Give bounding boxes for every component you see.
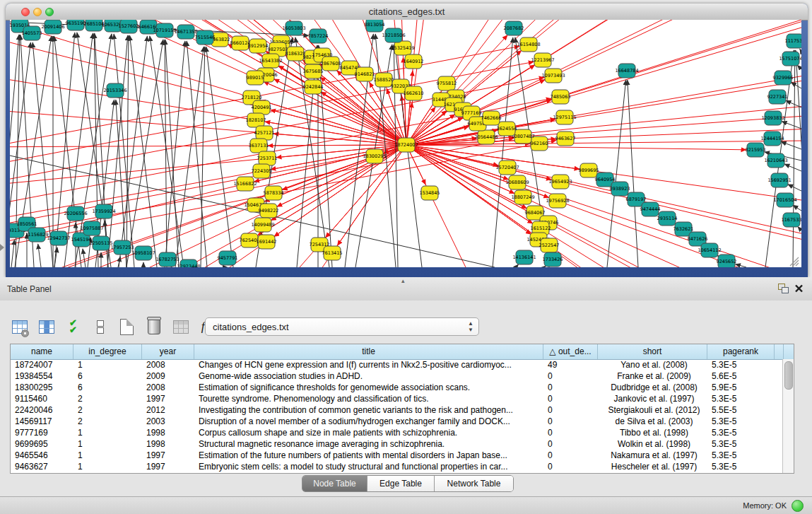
table-row[interactable]: 969969511998Structural magnetic resonanc… bbox=[11, 438, 782, 450]
cell-out_de...: 0 bbox=[543, 450, 598, 461]
graph-node-label: 7632621 bbox=[673, 226, 694, 232]
table-toolbar: ✔✔ f(x) bbox=[10, 315, 217, 339]
cell-out_de...: 0 bbox=[543, 416, 598, 427]
column-header-name[interactable]: name bbox=[11, 344, 73, 359]
tab-node-table[interactable]: Node Table bbox=[302, 476, 367, 491]
graph-node-label: 12505135 bbox=[89, 240, 112, 246]
graph-node-label: 9242844 bbox=[303, 84, 324, 90]
window-titlebar[interactable]: citations_edges.txt bbox=[6, 4, 808, 21]
graph-node-label: 1640912 bbox=[404, 59, 424, 64]
graph-node-label: 4200491 bbox=[252, 105, 272, 110]
table-row[interactable]: 1872400712008Changes of HCN gene express… bbox=[11, 359, 782, 370]
column-header-pagerank[interactable]: pagerank bbox=[707, 344, 775, 359]
panel-collapse-handle-icon[interactable] bbox=[0, 244, 4, 251]
column-header-in_degree[interactable]: in_degree bbox=[73, 344, 142, 359]
cell-out_de...: 0 bbox=[543, 382, 598, 393]
resize-grip[interactable] bbox=[790, 257, 799, 266]
cell-short: Nakamura et al. (1997) bbox=[598, 450, 707, 461]
new-column-icon[interactable] bbox=[117, 317, 136, 337]
graph-node-label: 12093832 bbox=[761, 115, 784, 121]
table-row[interactable]: 946362711997Embryonic stem cells: a mode… bbox=[11, 461, 782, 472]
table-selector-value: citations_edges.txt bbox=[213, 322, 289, 332]
graph-node-label: 1733426 bbox=[543, 257, 563, 262]
cell-pagerank: 5.3E-5 bbox=[707, 416, 775, 427]
panel-divider-arrow-icon[interactable]: ▴ bbox=[401, 277, 405, 284]
graph-node-label: 9755812 bbox=[437, 81, 457, 86]
graph-node-label: 14136141 bbox=[512, 255, 536, 260]
cell-short: Hescheler et al. (1997) bbox=[598, 461, 707, 472]
table-panel-title: Table Panel bbox=[7, 284, 52, 294]
table-row[interactable]: 946554611997Estimation of the future num… bbox=[11, 450, 782, 461]
delete-column-icon[interactable] bbox=[144, 317, 163, 337]
column-header-title[interactable]: title bbox=[194, 344, 543, 359]
graph-node-label: 16543382 bbox=[259, 58, 282, 64]
cell-year: 1998 bbox=[142, 427, 194, 438]
graph-node-label: 7462666 bbox=[481, 115, 502, 121]
graph-node-label: 8938923 bbox=[610, 186, 630, 192]
cell-in_degree: 1 bbox=[73, 438, 142, 450]
cell-pagerank: 5.3E-5 bbox=[707, 393, 775, 404]
cell-out_de...: 0 bbox=[543, 370, 598, 382]
cell-pagerank: 5.5E-5 bbox=[707, 404, 775, 416]
tab-network-table[interactable]: Network Table bbox=[435, 476, 513, 491]
graph-node-label: 10975887 bbox=[80, 226, 103, 231]
table-row[interactable]: 911546021997Tourette syndrome. Phenomeno… bbox=[11, 393, 782, 404]
table-tabs: Node TableEdge TableNetwork Table bbox=[302, 475, 514, 492]
table-row[interactable]: 977716911998Corpus callosum shape and si… bbox=[11, 427, 782, 438]
table-row[interactable]: 2242004622012Investigating the contribut… bbox=[11, 404, 782, 416]
graph-node-label: 7485063 bbox=[551, 94, 571, 100]
import-table-icon bbox=[171, 317, 190, 337]
table-row[interactable]: 1830029562008Estimation of significance … bbox=[11, 382, 782, 393]
graph-node-label: 1662610 bbox=[404, 90, 424, 96]
rows-icon[interactable] bbox=[90, 317, 110, 337]
graph-node-label: 18724007 bbox=[394, 142, 418, 148]
graph-node-label: 10688609 bbox=[505, 180, 529, 185]
column-header-short[interactable]: short bbox=[598, 344, 707, 359]
cell-short: Stergiakouli et al. (2012) bbox=[598, 404, 707, 416]
graph-node-label: 9474444 bbox=[640, 206, 661, 212]
cell-out_de...: 0 bbox=[543, 427, 598, 438]
graph-node-label: 3637131 bbox=[249, 143, 269, 148]
column-visibility-icon[interactable] bbox=[37, 317, 56, 337]
column-header-out_de...[interactable]: △ out_de... bbox=[543, 344, 598, 359]
cell-in_degree: 2 bbox=[73, 404, 142, 416]
close-panel-icon[interactable] bbox=[794, 284, 804, 293]
column-header-filler[interactable] bbox=[775, 344, 784, 359]
float-panel-icon[interactable] bbox=[778, 284, 789, 293]
cell-in_degree: 1 bbox=[73, 461, 142, 472]
table-row[interactable]: 1456911722003Disruption of a novel membe… bbox=[11, 416, 782, 427]
cell-short: Franke et al. (2009) bbox=[598, 370, 707, 382]
graph-node-label: 20564486 bbox=[474, 134, 498, 140]
graph-node-label: 12975115 bbox=[553, 115, 576, 120]
row-selection-icon[interactable]: ✔✔ bbox=[64, 317, 83, 337]
table-rows: 1872400712008Changes of HCN gene express… bbox=[11, 359, 782, 473]
table-row[interactable]: 1938455462009Genome-wide association stu… bbox=[11, 370, 782, 382]
cell-in_degree: 6 bbox=[73, 382, 142, 393]
graph-node-label: 3624554 bbox=[497, 126, 517, 132]
graph-node-label: 17957253 bbox=[110, 245, 134, 250]
tab-edge-table[interactable]: Edge Table bbox=[367, 476, 435, 491]
graph-node-label: 12923448 bbox=[177, 264, 200, 267]
graph-node-label: 9640954 bbox=[595, 177, 616, 182]
memory-status-indicator bbox=[792, 500, 804, 512]
cell-short: Yano et al. (2008) bbox=[598, 359, 707, 370]
cell-pagerank: 5.6E-5 bbox=[707, 370, 775, 382]
graph-node-label: 9457791 bbox=[218, 255, 238, 261]
vertical-scrollbar[interactable] bbox=[782, 359, 794, 473]
graph-node-label: 15325419 bbox=[391, 45, 414, 51]
graph-node-label: 5878334 bbox=[264, 190, 284, 196]
graph-node-label: 17359924 bbox=[92, 209, 115, 214]
graph-node-label: 9498222 bbox=[259, 208, 279, 214]
cell-title: Estimation of the future numbers of pati… bbox=[194, 450, 543, 461]
graph-node-label: 3675685 bbox=[303, 69, 324, 74]
column-header-year[interactable]: year bbox=[142, 344, 194, 359]
network-canvas[interactable]: 1872400718300295161548081221396710973493… bbox=[10, 20, 801, 267]
cell-in_degree: 1 bbox=[73, 427, 142, 438]
graph-node-label: 1588520 bbox=[374, 77, 394, 83]
table-mode-icon[interactable] bbox=[10, 317, 29, 337]
table-selector-dropdown[interactable]: citations_edges.txt ▲▼ bbox=[205, 317, 479, 336]
graph-node-label: 11156829 bbox=[25, 232, 48, 238]
cell-title: Genome-wide association studies in ADHD. bbox=[194, 370, 543, 382]
cell-name: 9699695 bbox=[11, 438, 73, 450]
scrollbar-thumb[interactable] bbox=[784, 361, 793, 390]
